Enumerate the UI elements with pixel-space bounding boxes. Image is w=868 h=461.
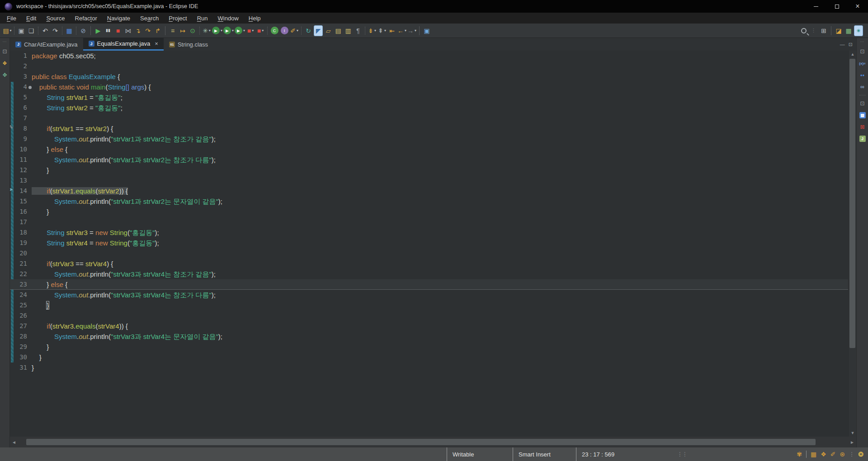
code-line-17[interactable]: 17 bbox=[10, 217, 848, 227]
vertical-scrollbar[interactable]: ▲ ▼ bbox=[848, 51, 856, 437]
code-line-5[interactable]: 5 String strVar1 = "홍길동"; bbox=[10, 92, 848, 103]
menu-project[interactable]: Project bbox=[164, 13, 192, 24]
magic-wand-button[interactable]: ✐ bbox=[830, 451, 836, 457]
use-step-filters-button[interactable]: ≡ bbox=[168, 25, 177, 36]
lightbulb-button[interactable]: ❂ bbox=[858, 451, 863, 457]
code-line-16[interactable]: 16 } bbox=[10, 207, 848, 217]
disconnect-button[interactable]: ⋈ bbox=[123, 25, 132, 36]
code-line-15[interactable]: 15 System.out.println("strVar1과 strVar2는… bbox=[10, 196, 848, 207]
tab-charatexample-java[interactable]: JCharAtExample.java bbox=[10, 38, 83, 51]
breakpoints-button[interactable]: ●● bbox=[859, 71, 867, 79]
show-source-button[interactable]: ▤ bbox=[334, 25, 343, 36]
debug-button[interactable]: ▶▾ bbox=[212, 25, 222, 36]
menu-run[interactable]: Run bbox=[192, 13, 213, 24]
back-button[interactable]: ←▾ bbox=[397, 25, 406, 36]
code-line-3[interactable]: 3public class EqualsExample { bbox=[10, 71, 848, 82]
help-wheel-button[interactable]: ⊛ bbox=[840, 451, 845, 457]
code-line-19[interactable]: 19 String strVar4 = new String("홍길동"); bbox=[10, 238, 848, 248]
scroll-right-arrow[interactable]: ► bbox=[848, 440, 856, 445]
horizontal-scrollbar[interactable]: ◄ ► bbox=[10, 437, 856, 447]
expressions-button[interactable]: ∞ bbox=[859, 83, 867, 91]
templates-button[interactable]: ▥ bbox=[344, 25, 353, 36]
new-java-interface-button[interactable]: I bbox=[280, 25, 289, 36]
maximize-button[interactable] bbox=[826, 0, 847, 13]
new-java-class-button[interactable]: C bbox=[270, 25, 279, 36]
new-wizard-button[interactable]: ▤▾ bbox=[3, 25, 12, 36]
show-whitespace-button[interactable]: ¶ bbox=[354, 25, 363, 36]
console-button[interactable]: ▤ bbox=[859, 111, 867, 119]
redo-button[interactable]: ↷ bbox=[51, 25, 60, 36]
pin-editor-button[interactable]: ▣ bbox=[422, 25, 431, 36]
menu-navigate[interactable]: Navigate bbox=[102, 13, 135, 24]
code-line-29[interactable]: 29 } bbox=[10, 342, 848, 352]
menu-refactor[interactable]: Refactor bbox=[70, 13, 102, 24]
variables-button[interactable]: (x)= bbox=[859, 59, 867, 67]
step-over-button[interactable]: ↷ bbox=[143, 25, 152, 36]
code-line-24[interactable]: 24 System.out.println("strVar3과 strVar4는… bbox=[10, 290, 848, 300]
code-line-7[interactable]: 7 bbox=[10, 113, 848, 123]
perspective-devstyle-button[interactable]: ◪ bbox=[834, 25, 843, 36]
restore-views-2-button[interactable]: ⊡ bbox=[859, 99, 867, 108]
maximize-view-button[interactable]: ⊡ bbox=[849, 42, 853, 47]
tab-equalsexample-java[interactable]: JEqualsExample.java× bbox=[83, 38, 164, 51]
last-edit-location-button[interactable]: ⇤ bbox=[387, 25, 396, 36]
search-button[interactable] bbox=[799, 25, 808, 36]
restore-views-button[interactable]: ⊡ bbox=[859, 47, 867, 56]
run-button[interactable]: ▶▾ bbox=[223, 25, 234, 36]
code-line-21[interactable]: 21 if(strVar3 == strVar4) { bbox=[10, 259, 848, 269]
code-line-23[interactable]: 23 } else { bbox=[10, 279, 848, 290]
vertical-scroll-thumb[interactable] bbox=[849, 59, 855, 348]
profile-button[interactable]: ■▾ bbox=[246, 25, 255, 36]
code-line-30[interactable]: 30 } bbox=[10, 352, 848, 362]
code-line-11[interactable]: 11 System.out.println("strVar1과 strVar2는… bbox=[10, 155, 848, 165]
menu-source[interactable]: Source bbox=[41, 13, 70, 24]
external-tools-button[interactable]: ✐▾ bbox=[290, 25, 299, 36]
hand-button[interactable]: ✾ bbox=[797, 451, 802, 457]
terminate-button[interactable]: ■ bbox=[113, 25, 123, 36]
scroll-up-arrow[interactable]: ▲ bbox=[849, 51, 856, 58]
resume-button[interactable]: ▶ bbox=[94, 25, 103, 36]
code-line-2[interactable]: 2 bbox=[10, 61, 848, 71]
run-to-line-button[interactable]: ↦ bbox=[178, 25, 187, 36]
tab-close-icon[interactable]: × bbox=[155, 40, 158, 47]
skip-all-breakpoints-button[interactable]: ⊘ bbox=[79, 25, 88, 36]
devstyle-button[interactable]: ◤ bbox=[314, 25, 323, 36]
code-line-14[interactable]: ➤14 if(strVar1.equals(strVar2)) { bbox=[10, 186, 848, 196]
code-line-28[interactable]: 28 System.out.println("strVar3과 strVar4는… bbox=[10, 331, 848, 342]
perspective-java-button[interactable]: ✴ bbox=[854, 25, 863, 36]
package-explorer-button[interactable]: ❖ bbox=[1, 59, 9, 67]
code-editor[interactable]: 1package ch05.sec05;23public class Equal… bbox=[10, 51, 856, 437]
terminate-all-button[interactable]: ⊙ bbox=[188, 25, 197, 36]
code-line-26[interactable]: 26 bbox=[10, 310, 848, 321]
horizontal-scroll-track[interactable] bbox=[19, 439, 847, 445]
code-line-4[interactable]: 4 public static void main(String[] args)… bbox=[10, 82, 848, 92]
save-button[interactable]: ▣ bbox=[17, 25, 26, 36]
menu-help[interactable]: Help bbox=[244, 13, 266, 24]
open-perspective-button[interactable]: ⊞ bbox=[819, 25, 828, 36]
code-line-1[interactable]: 1package ch05.sec05; bbox=[10, 51, 848, 61]
code-line-22[interactable]: 22 System.out.println("strVar3과 strVar4는… bbox=[10, 269, 848, 279]
step-return-button[interactable]: ↱ bbox=[153, 25, 162, 36]
code-line-9[interactable]: 9 System.out.println("strVar1과 strVar2는 … bbox=[10, 134, 848, 144]
undo-button[interactable]: ↶ bbox=[41, 25, 50, 36]
minimize-view-button[interactable]: — bbox=[840, 42, 845, 47]
map-button[interactable]: ▦ bbox=[811, 451, 816, 457]
code-line-31[interactable]: 31} bbox=[10, 362, 848, 373]
code-line-27[interactable]: 27 if(strVar3.equals(strVar4)) { bbox=[10, 321, 848, 331]
horizontal-scroll-thumb[interactable] bbox=[26, 439, 816, 445]
menu-file[interactable]: File bbox=[2, 13, 21, 24]
problems-button[interactable]: ⊠ bbox=[859, 123, 867, 131]
open-console-button[interactable]: ▦ bbox=[65, 25, 74, 36]
code-line-25[interactable]: 25 } bbox=[10, 300, 848, 310]
close-button[interactable]: × bbox=[847, 0, 868, 13]
step-into-button[interactable]: ↴ bbox=[133, 25, 142, 36]
restore-views-button[interactable]: ⊡ bbox=[1, 47, 9, 56]
perspective-resource-button[interactable]: ▦ bbox=[844, 25, 853, 36]
menu-search[interactable]: Search bbox=[135, 13, 164, 24]
refresh-button[interactable]: ↻ bbox=[304, 25, 313, 36]
coverage-button[interactable]: ▶▾ bbox=[235, 25, 245, 36]
junit-button[interactable]: J bbox=[859, 135, 867, 143]
menu-window[interactable]: Window bbox=[213, 13, 244, 24]
code-line-12[interactable]: 12 } bbox=[10, 165, 848, 175]
forward-button[interactable]: →▾ bbox=[407, 25, 416, 36]
